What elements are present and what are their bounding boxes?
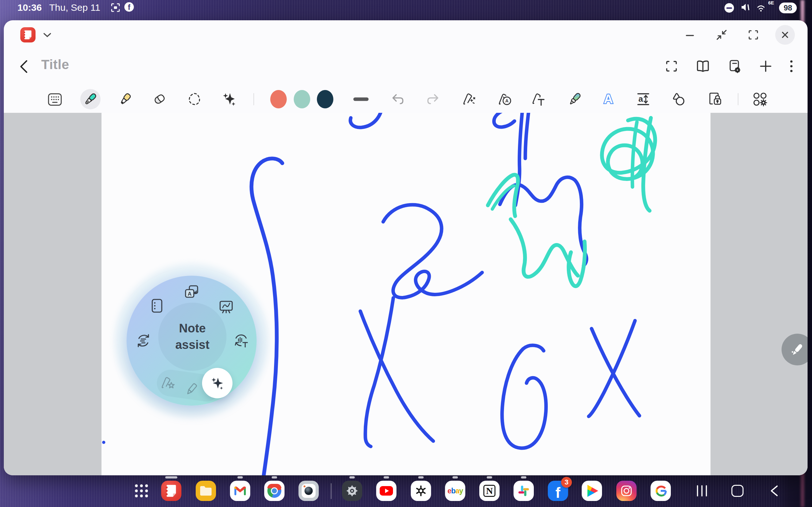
- wifi-6e-badge: 6E: [768, 0, 774, 11]
- status-time: 10:36: [17, 2, 42, 13]
- sketch-easel-icon[interactable]: [217, 298, 235, 316]
- taskbar-divider: [331, 483, 332, 499]
- taskbar-app-google-play[interactable]: [582, 481, 602, 501]
- close-window-button[interactable]: [775, 25, 795, 45]
- running-indicator: [238, 476, 243, 478]
- redo-button[interactable]: [423, 89, 443, 109]
- keyboard-tool[interactable]: [45, 89, 65, 109]
- page-view-icon[interactable]: [695, 59, 711, 74]
- do-not-disturb-icon: [724, 3, 734, 13]
- page-lock-tool[interactable]: [705, 89, 725, 109]
- pen-star-icon: [159, 374, 177, 391]
- running-indicator: [487, 476, 492, 478]
- taskbar-app-camera[interactable]: [299, 481, 319, 501]
- taskbar-app-samsung-notes[interactable]: [161, 481, 182, 501]
- taskbar-app-instagram[interactable]: [616, 481, 637, 501]
- eraser-tool[interactable]: [149, 89, 170, 109]
- taskbar-app-facebook[interactable]: f 3: [548, 481, 568, 501]
- chevron-down-icon[interactable]: [43, 31, 52, 40]
- notion-letter: N: [486, 486, 493, 496]
- floating-pen-button[interactable]: [781, 334, 808, 365]
- note-assist-menu: Note assist A: [126, 276, 257, 406]
- facebook-status-icon: f: [124, 2, 134, 12]
- nav-back-button[interactable]: [763, 481, 785, 501]
- screenshot-icon[interactable]: [110, 3, 120, 14]
- minimize-button[interactable]: [680, 25, 700, 45]
- running-indicator: [272, 476, 277, 478]
- all-apps-button[interactable]: [131, 481, 152, 501]
- smart-pen-tool[interactable]: [565, 89, 585, 109]
- taskbar-app-notion[interactable]: N: [479, 481, 500, 501]
- taskbar-app-slack[interactable]: [513, 481, 534, 501]
- taskbar: ebay N f 3: [0, 474, 812, 507]
- nav-recents-button[interactable]: [691, 481, 713, 501]
- more-options-icon[interactable]: [789, 59, 794, 75]
- pen-toolbar: A A: [4, 86, 808, 113]
- taskbar-app-chrome[interactable]: [264, 481, 285, 501]
- status-date: Thu, Sep 11: [49, 2, 100, 13]
- pen-color-teal[interactable]: [294, 90, 310, 108]
- facebook-notification-badge: 3: [561, 477, 572, 488]
- wifi-icon: 6E: [756, 3, 773, 13]
- summarize-icon[interactable]: [148, 297, 166, 315]
- taskbar-app-ebay[interactable]: ebay: [445, 481, 465, 501]
- taskbar-app-gmail[interactable]: [230, 481, 250, 501]
- highlighter-tool[interactable]: [115, 89, 136, 109]
- auto-format-letter: A: [604, 92, 613, 106]
- facebook-letter: f: [555, 484, 560, 501]
- running-indicator: [521, 476, 526, 478]
- text-size-tool[interactable]: a: [633, 89, 653, 109]
- page-settings-icon[interactable]: [727, 59, 742, 75]
- running-indicator: [453, 476, 458, 478]
- fullscreen-window-button[interactable]: [744, 25, 763, 45]
- window-title-bar[interactable]: [4, 20, 808, 49]
- note-assist-sparkle-button[interactable]: [202, 368, 233, 398]
- toolbar-divider: [738, 93, 739, 105]
- pen-color-coral[interactable]: [270, 90, 287, 108]
- note-title[interactable]: Title: [41, 57, 69, 72]
- taskbar-app-my-files[interactable]: [196, 481, 216, 501]
- canvas-area[interactable]: Note assist A: [4, 113, 808, 475]
- running-indicator: [350, 476, 355, 478]
- add-page-icon[interactable]: [759, 59, 773, 74]
- pencil-icon: [183, 380, 200, 398]
- stroke-thickness-tool[interactable]: [353, 98, 368, 101]
- shapes-tool[interactable]: [668, 89, 689, 109]
- transcribe-voice-icon[interactable]: [232, 332, 250, 349]
- back-button[interactable]: [18, 58, 31, 76]
- collapse-window-button[interactable]: [712, 25, 731, 45]
- fullscreen-note-icon[interactable]: [664, 59, 679, 75]
- running-indicator: [384, 476, 389, 478]
- auto-convert-letter: A: [505, 98, 508, 103]
- pen-tool[interactable]: [80, 89, 101, 109]
- pen-to-text-tool[interactable]: [528, 89, 549, 109]
- toolbar-divider: [253, 93, 254, 105]
- auto-format-tool[interactable]: A: [598, 89, 618, 109]
- auto-format-cycle-icon[interactable]: [135, 332, 152, 349]
- status-bar: 10:36 Thu, Sep 11 f 6E 98: [0, 0, 812, 14]
- text-size-letter: a: [639, 94, 643, 104]
- widgets-tool[interactable]: [750, 89, 770, 109]
- mute-icon: [740, 2, 751, 14]
- note-assist-label: Note assist: [158, 302, 226, 371]
- taskbar-app-google[interactable]: [651, 481, 671, 501]
- undo-button[interactable]: [388, 89, 408, 109]
- pen-color-navy[interactable]: [317, 90, 334, 108]
- taskbar-app-chatgpt[interactable]: [411, 481, 431, 501]
- running-indicator: [418, 476, 424, 478]
- taskbar-app-settings[interactable]: [342, 481, 362, 501]
- ebay-wordmark: ebay: [448, 487, 463, 495]
- ai-sparkle-tool[interactable]: [219, 89, 240, 109]
- translate-icon[interactable]: A: [183, 283, 200, 301]
- battery-indicator: 98: [779, 3, 797, 13]
- samsung-notes-window: Title: [4, 20, 808, 475]
- note-header: Title: [4, 49, 808, 84]
- nav-home-button[interactable]: [726, 481, 749, 501]
- translate-letter: A: [188, 291, 192, 297]
- pen-enhance-tool[interactable]: [459, 89, 479, 109]
- pen-auto-convert-tool[interactable]: A: [495, 89, 515, 109]
- taskbar-app-youtube[interactable]: [376, 481, 397, 501]
- lasso-select-tool[interactable]: [184, 89, 205, 109]
- samsung-notes-app-icon[interactable]: [20, 27, 36, 43]
- running-indicator: [165, 476, 177, 478]
